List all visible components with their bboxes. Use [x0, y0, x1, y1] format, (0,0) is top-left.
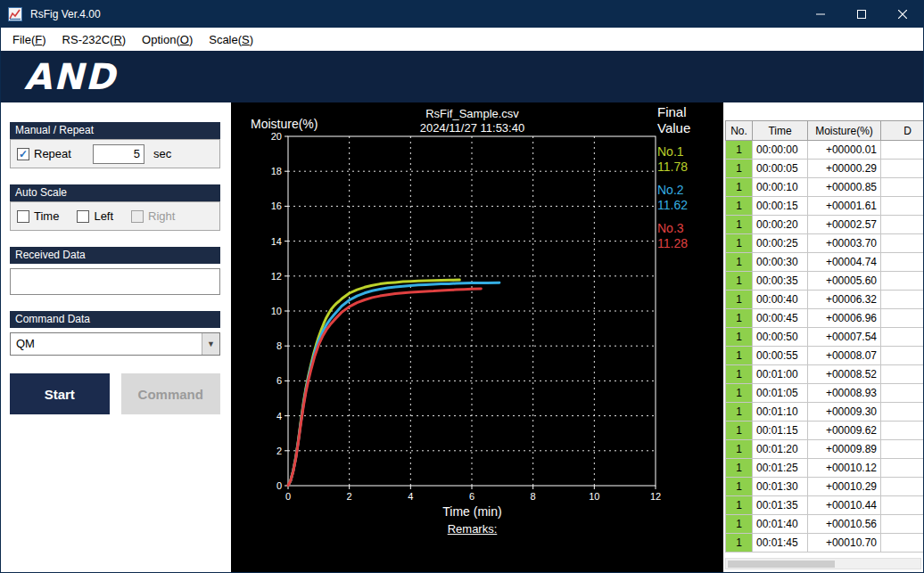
- table-row: 100:00:50+00007.54: [726, 328, 924, 347]
- cell-moisture: +00010.56: [808, 515, 881, 534]
- right-checkbox: [131, 210, 144, 223]
- menu-item-o[interactable]: Option(O): [134, 30, 201, 49]
- table-row: 100:01:25+00010.12: [726, 459, 924, 478]
- cell-no: 1: [726, 216, 753, 234]
- repeat-option[interactable]: ✓ Repeat: [17, 147, 71, 160]
- cell-no: 1: [726, 309, 753, 328]
- minimize-button[interactable]: [800, 1, 841, 28]
- cell-no: 1: [726, 459, 753, 478]
- cell-no: 1: [726, 291, 753, 309]
- left-checkbox[interactable]: [77, 210, 89, 223]
- chart-title-filename: RsFif_Sample.csv: [288, 107, 656, 121]
- cell-moisture: +00008.07: [808, 347, 881, 365]
- cell-d: [881, 272, 924, 291]
- title-bar: RsFig Ver.4.00: [1, 1, 923, 28]
- checkbox-label: Left: [94, 209, 113, 223]
- table-row: 100:01:10+00009.30: [726, 403, 924, 422]
- command-data-combobox[interactable]: QM ▼: [10, 332, 220, 356]
- cell-time: 00:00:35: [753, 272, 808, 291]
- cell-no: 1: [726, 422, 753, 440]
- table-row: 100:01:20+00009.89: [726, 440, 924, 459]
- minimize-icon: [816, 10, 825, 19]
- combobox-dropdown-button[interactable]: ▼: [202, 333, 219, 355]
- final-value-item: No.111.78: [657, 144, 723, 175]
- svg-text:16: 16: [271, 201, 282, 211]
- cell-no: 1: [726, 496, 753, 515]
- cell-time: 00:00:00: [753, 141, 808, 160]
- table-row: 100:01:00+00008.52: [726, 365, 924, 384]
- svg-text:8: 8: [276, 340, 282, 351]
- table-row: 100:00:45+00006.96: [726, 309, 924, 328]
- maximize-button[interactable]: [841, 1, 882, 28]
- close-button[interactable]: [882, 1, 923, 28]
- table-header-row: No. Time Moisture(%) D: [726, 121, 924, 141]
- menu-item-r[interactable]: RS-232C(R): [54, 30, 135, 49]
- start-button[interactable]: Start: [10, 373, 110, 414]
- cell-moisture: +00007.54: [808, 328, 881, 347]
- command-button[interactable]: Command: [121, 373, 221, 414]
- svg-text:0: 0: [276, 480, 282, 491]
- svg-text:20: 20: [271, 131, 282, 142]
- cell-no: 1: [726, 403, 753, 422]
- cell-time: 00:00:55: [753, 347, 808, 365]
- svg-text:6: 6: [276, 375, 282, 386]
- cell-no: 1: [726, 253, 753, 272]
- cell-time: 00:01:20: [753, 440, 808, 459]
- final-value-item: No.311.28: [657, 221, 723, 251]
- cell-moisture: +00010.44: [808, 496, 881, 515]
- cell-moisture: +00010.12: [808, 459, 881, 478]
- scrollbar-thumb[interactable]: [728, 561, 835, 568]
- received-data-input[interactable]: [10, 268, 220, 295]
- cell-d: [881, 328, 924, 347]
- time-checkbox[interactable]: [17, 210, 29, 223]
- table-row: 100:01:15+00009.62: [726, 422, 924, 440]
- cell-no: 1: [726, 178, 753, 197]
- repeat-interval-input[interactable]: [93, 144, 144, 164]
- cell-moisture: +00005.60: [808, 272, 881, 291]
- cell-d: [881, 253, 924, 272]
- auto-scale-section: Auto Scale TimeLeftRight: [10, 184, 220, 231]
- auto-scale-option-time[interactable]: Time: [17, 209, 59, 223]
- cell-d: [881, 403, 924, 422]
- menu-bar: File(F)RS-232C(R)Option(O)Scale(S): [1, 28, 923, 51]
- cell-d: [881, 309, 924, 328]
- repeat-checkbox[interactable]: ✓: [17, 148, 29, 160]
- cell-d: [881, 422, 924, 440]
- main-content: Manual / Repeat ✓ Repeat sec Auto Scale …: [1, 102, 923, 572]
- table-row: 100:01:35+00010.44: [726, 496, 924, 515]
- auto-scale-header: Auto Scale: [10, 184, 220, 201]
- cell-d: [881, 216, 924, 234]
- data-table-viewport: No. Time Moisture(%) D 100:00:00+00000.0…: [725, 120, 923, 556]
- svg-text:18: 18: [271, 166, 282, 176]
- svg-text:2: 2: [347, 491, 352, 502]
- horizontal-scrollbar[interactable]: [725, 558, 921, 569]
- cell-no: 1: [726, 328, 753, 347]
- chart-panel: Moisture(%) RsFif_Sample.csv 2024/11/27 …: [231, 102, 723, 572]
- col-header-d: D: [881, 121, 924, 141]
- table-row: 100:00:10+00000.85: [726, 178, 924, 197]
- chevron-down-icon: ▼: [207, 340, 215, 348]
- menu-item-s[interactable]: Scale(S): [201, 30, 261, 49]
- cell-moisture: +00000.29: [808, 160, 881, 178]
- menu-item-f[interactable]: File(F): [4, 30, 54, 49]
- svg-text:12: 12: [650, 491, 661, 502]
- cell-no: 1: [726, 515, 753, 534]
- cell-time: 00:00:30: [753, 253, 808, 272]
- cell-time: 00:00:25: [753, 234, 808, 253]
- cell-time: 00:01:25: [753, 459, 808, 478]
- auto-scale-option-left[interactable]: Left: [77, 209, 113, 223]
- cell-time: 00:01:45: [753, 534, 808, 553]
- cell-no: 1: [726, 234, 753, 253]
- window-controls: [800, 1, 923, 28]
- table-row: 100:00:25+00003.70: [726, 234, 924, 253]
- cell-moisture: +00008.52: [808, 365, 881, 384]
- manual-repeat-section: Manual / Repeat ✓ Repeat sec: [10, 122, 220, 168]
- action-buttons: Start Command: [10, 373, 220, 414]
- cell-time: 00:00:20: [753, 216, 808, 234]
- svg-text:10: 10: [589, 491, 599, 502]
- cell-moisture: +00004.74: [808, 253, 881, 272]
- table-row: 100:01:05+00008.93: [726, 384, 924, 403]
- table-row: 100:00:20+00002.57: [726, 216, 924, 234]
- cell-no: 1: [726, 384, 753, 403]
- cell-d: [881, 515, 924, 534]
